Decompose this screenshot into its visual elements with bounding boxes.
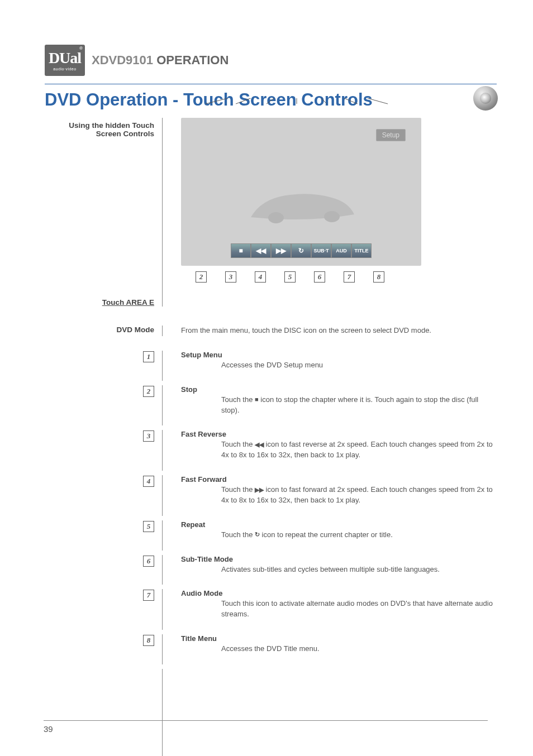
label-touch-area: Touch AREA E xyxy=(45,298,162,307)
feature-desc: Touch the ↻ icon to repeat the current c… xyxy=(181,530,497,540)
screenshot-area: Setup ■ ◀◀ ▶▶ ↻ SUB·T AUD TITLE xyxy=(181,118,497,283)
repeat-button[interactable]: ↻ xyxy=(291,243,311,258)
svg-line-7 xyxy=(339,98,358,104)
callout-2: 2 xyxy=(196,271,207,283)
brand-name: DUal xyxy=(49,50,81,66)
inline-icon: ◀◀ xyxy=(255,441,264,449)
subtitle-button[interactable]: SUB·T xyxy=(311,243,331,258)
header-title: XDVD9101 OPERATION xyxy=(92,53,229,68)
feature-title: Fast Reverse xyxy=(181,430,497,438)
feature-title: Stop xyxy=(181,385,497,394)
svg-line-4 xyxy=(266,98,277,104)
fast-forward-button[interactable]: ▶▶ xyxy=(271,243,291,258)
feature-number-6: 6 xyxy=(143,556,154,567)
feature-desc: Activates sub-titles and cycles between … xyxy=(181,564,497,575)
feature-number-4: 4 xyxy=(143,476,154,487)
inline-icon: ■ xyxy=(255,395,259,404)
feature-title: Setup Menu xyxy=(181,351,497,359)
feature-number-2: 2 xyxy=(143,386,154,397)
touch-toolbar: ■ ◀◀ ▶▶ ↻ SUB·T AUD TITLE xyxy=(231,243,372,258)
callout-5: 5 xyxy=(284,271,296,283)
svg-point-0 xyxy=(268,212,284,223)
feature-number-1: 1 xyxy=(143,351,154,362)
callout-3: 3 xyxy=(225,271,236,283)
feature-number-5: 5 xyxy=(143,521,154,532)
audio-button[interactable]: AUD xyxy=(331,243,351,258)
label-using-hidden: Using the hidden Touch Screen Controls xyxy=(45,121,162,138)
feature-desc: Touch the ▶▶ icon to fast forward at 2x … xyxy=(181,485,497,506)
fast-reverse-button[interactable]: ◀◀ xyxy=(251,243,271,258)
svg-line-2 xyxy=(206,98,236,104)
callout-8: 8 xyxy=(373,271,384,283)
car-silhouette-icon xyxy=(245,175,357,226)
label-dvd-mode: DVD Mode xyxy=(45,326,162,334)
disc-icon xyxy=(473,86,498,111)
feature-desc: Accesses the DVD Setup menu xyxy=(181,360,497,371)
feature-desc: Accesses the DVD Title menu. xyxy=(181,644,497,654)
callout-6: 6 xyxy=(314,271,325,283)
svg-line-6 xyxy=(319,98,327,104)
feature-title: Title Menu xyxy=(181,634,497,643)
touch-screen-preview: Setup ■ ◀◀ ▶▶ ↻ SUB·T AUD TITLE xyxy=(181,118,421,266)
feature-desc: Touch this icon to activate alternate au… xyxy=(181,599,497,620)
dvd-mode-text: From the main menu, touch the DISC icon … xyxy=(181,326,497,336)
svg-line-8 xyxy=(360,98,388,104)
feature-number-3: 3 xyxy=(143,430,154,442)
feature-desc: Touch the ◀◀ icon to fast reverse at 2x … xyxy=(181,439,497,461)
page-number: 39 xyxy=(44,720,488,734)
svg-line-3 xyxy=(236,98,256,104)
feature-title: Repeat xyxy=(181,520,497,529)
feature-title: Audio Mode xyxy=(181,589,497,597)
inline-icon: ▶▶ xyxy=(255,486,264,495)
feature-title: Fast Forward xyxy=(181,475,497,484)
stop-button[interactable]: ■ xyxy=(231,243,251,258)
svg-point-1 xyxy=(324,211,340,222)
brand-logo: ® DUal audio·video xyxy=(45,45,85,76)
model-number: XDVD9101 xyxy=(92,53,153,67)
callout-lines-icon xyxy=(181,98,421,132)
header: ® DUal audio·video XDVD9101 OPERATION xyxy=(45,45,497,76)
feature-number-8: 8 xyxy=(143,635,154,646)
operation-label: OPERATION xyxy=(156,53,229,67)
title-button[interactable]: TITLE xyxy=(351,243,372,258)
inline-icon: ↻ xyxy=(255,530,260,539)
callout-4: 4 xyxy=(255,271,266,283)
callout-7: 7 xyxy=(344,271,355,283)
feature-title: Sub-Title Mode xyxy=(181,555,497,563)
feature-number-7: 7 xyxy=(143,590,154,601)
feature-desc: Touch the ■ icon to stop the chapter whe… xyxy=(181,395,497,416)
brand-sub: audio·video xyxy=(53,67,76,71)
callout-row: 2 3 4 5 6 7 8 xyxy=(181,271,497,283)
